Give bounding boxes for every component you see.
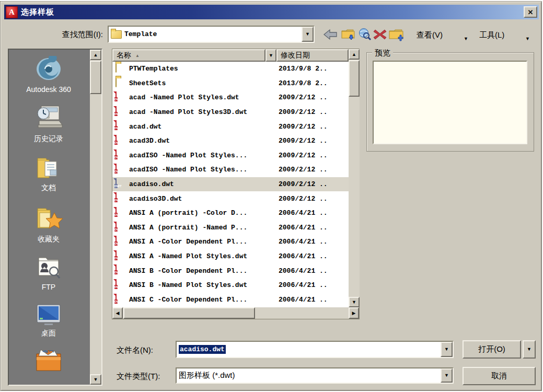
table-row[interactable]: acadISO -Named Plot Styles...2009/2/12 .… (112, 148, 349, 163)
sidebar-item-desktop[interactable]: 桌面 (34, 303, 63, 338)
file-name-combobox[interactable]: acadiso.dwt ▼ (176, 341, 454, 358)
table-row[interactable]: ANSI A -Color Dependent Pl...2006/4/21 .… (112, 235, 349, 249)
table-row[interactable]: acad -Named Plot Styles.dwt2009/2/12 .. (112, 90, 349, 105)
date-column-label: 修改日期 (281, 51, 310, 60)
chevron-down-icon: ▼ (444, 373, 449, 378)
up-one-level-button[interactable] (340, 27, 356, 42)
file-name-dropdown-button[interactable]: ▼ (441, 342, 453, 357)
table-row[interactable]: SheetSets2013/9/8 2.. (112, 76, 349, 91)
arrow-down-icon: ▼ (94, 377, 98, 382)
sidebar-item-label: Autodesk 360 (26, 85, 71, 94)
buzzsaw-icon (33, 347, 64, 374)
table-row[interactable]: acad -Named Plot Styles3D.dwt2009/2/12 .… (112, 105, 349, 120)
cancel-button[interactable]: 取消 (463, 367, 536, 385)
table-row[interactable]: PTWTemplates2013/9/8 2.. (112, 62, 349, 76)
close-button[interactable]: ✕ (524, 6, 537, 18)
table-row[interactable]: ANSI A -Named Plot Styles.dwt2006/4/21 .… (112, 249, 349, 264)
dwt-file-icon (115, 222, 117, 232)
chevron-down-icon: ▼ (527, 347, 532, 352)
file-name-input[interactable]: acadiso.dwt (177, 342, 441, 357)
table-row[interactable]: acad.dwt2009/2/12 .. (112, 119, 349, 134)
arrow-down-icon: ▼ (352, 300, 356, 305)
dwt-file-icon (115, 164, 117, 174)
look-in-dropdown-button[interactable]: ▼ (302, 27, 314, 42)
look-in-label: 查找范围(I): (32, 30, 103, 40)
file-list: 名称 ▲ ▼ 修改日期 PTWTemplates2013/9/8 2.. She… (112, 49, 360, 319)
preview-group: 预览 (366, 52, 534, 152)
sidebar-item-label: FTP (42, 283, 55, 291)
select-template-dialog: A 选择样板 ✕ 查找范围(I): Template ▼ (0, 1, 542, 391)
sidebar-item-buzzsaw[interactable] (33, 347, 64, 376)
new-folder-icon (388, 28, 404, 41)
table-row[interactable]: ANSI B -Named Plot Styles.dwt2006/4/21 .… (112, 278, 349, 293)
sidebar-item-documents[interactable]: 文档 (34, 154, 63, 193)
table-row-selected[interactable]: acadiso.dwt2009/2/12 .. (112, 177, 349, 192)
open-options-button[interactable]: ▼ (523, 340, 536, 359)
view-menu-caret[interactable]: ▼ (464, 33, 468, 42)
ftp-icon (34, 255, 63, 281)
titlebar[interactable]: A 选择样板 ✕ (4, 5, 539, 19)
back-button[interactable] (322, 27, 338, 42)
table-row[interactable]: acadISO -Named Plot Styles...2009/2/12 .… (112, 163, 349, 177)
dwt-file-icon (115, 279, 117, 289)
list-scroll-down-button[interactable]: ▼ (349, 297, 360, 307)
dwt-file-icon (115, 120, 117, 130)
new-folder-button[interactable] (388, 27, 404, 42)
sidebar-item-favorites[interactable]: 收藏夹 (33, 204, 64, 244)
desktop-icon (34, 303, 63, 327)
sidebar-scrollbar-thumb[interactable] (90, 61, 101, 94)
open-button[interactable]: 打开(O) (463, 340, 521, 359)
dwt-file-icon (115, 106, 117, 116)
sidebar-item-history[interactable]: 历史记录 (34, 103, 63, 144)
look-in-field[interactable]: Template (109, 27, 302, 42)
dialog-title: 选择样板 (21, 7, 54, 17)
column-header-date-modified[interactable]: 修改日期 (276, 49, 349, 62)
list-scroll-left-button[interactable]: ◀ (112, 307, 123, 319)
look-in-combobox[interactable]: Template ▼ (108, 26, 315, 43)
sidebar-scrollbar[interactable]: ▲ ▼ (90, 50, 101, 385)
file-list-vertical-scrollbar[interactable]: ▲ ▼ (349, 49, 360, 307)
column-header-name[interactable]: 名称 ▲ (112, 49, 265, 62)
places-sidebar: Autodesk 360 历史记录 (8, 49, 102, 386)
file-list-horizontal-scrollbar[interactable]: ◀ ▶ (112, 307, 359, 319)
dwt-file-icon (115, 192, 117, 202)
history-icon (34, 103, 63, 132)
delete-button[interactable] (372, 27, 388, 42)
sidebar-item-label: 桌面 (41, 329, 56, 338)
list-vscrollbar-thumb[interactable] (349, 60, 360, 97)
table-row[interactable]: ANSI B -Color Dependent Pl...2006/4/21 .… (112, 263, 349, 278)
tools-menu-caret[interactable]: ▼ (525, 33, 530, 42)
file-type-combobox[interactable]: 图形样板 (*.dwt) ▼ (176, 367, 454, 384)
tools-menu[interactable]: 工具(L) (479, 30, 504, 40)
preview-label: 预览 (372, 48, 393, 58)
table-row[interactable]: ANSI A (portrait) -Named P...2006/4/21 .… (112, 221, 349, 235)
arrow-up-icon: ▲ (94, 53, 98, 57)
list-scroll-right-button[interactable]: ▶ (349, 307, 359, 319)
table-row[interactable]: ANSI A (portrait) -Color D...2006/4/21 .… (112, 206, 349, 221)
list-hscrollbar-thumb[interactable] (123, 307, 255, 319)
arrow-left-icon: ◀ (116, 311, 120, 316)
view-menu[interactable]: 查看(V) (417, 30, 443, 40)
file-type-field[interactable]: 图形样板 (*.dwt) (177, 368, 441, 383)
file-type-dropdown-button[interactable]: ▼ (441, 368, 453, 383)
dwt-file-icon (115, 135, 117, 145)
chevron-down-icon: ▼ (269, 53, 273, 58)
chevron-down-icon: ▼ (464, 36, 468, 41)
search-web-button[interactable] (357, 27, 373, 42)
table-row[interactable]: acadiso3D.dwt2009/2/12 .. (112, 191, 349, 206)
close-icon: ✕ (528, 8, 534, 16)
list-scroll-up-button[interactable]: ▲ (349, 49, 360, 60)
sidebar-item-ftp[interactable]: FTP (34, 255, 63, 291)
name-column-label: 名称 (117, 51, 131, 60)
name-column-filter-button[interactable]: ▼ (265, 49, 276, 62)
table-row[interactable]: ANSI C -Color Dependent Pl...2006/4/21 .… (112, 293, 349, 307)
dwt-file-icon (115, 264, 117, 274)
table-row[interactable]: acad3D.dwt2009/2/12 .. (112, 134, 349, 148)
sidebar-item-label: 收藏夹 (38, 235, 60, 244)
dwt-file-icon (115, 91, 117, 101)
sidebar-item-autodesk360[interactable]: Autodesk 360 (26, 56, 71, 94)
sidebar-scroll-down-button[interactable]: ▼ (90, 374, 101, 385)
sidebar-item-label: 历史记录 (34, 134, 63, 144)
favorites-icon (33, 204, 64, 233)
sidebar-scroll-up-button[interactable]: ▲ (90, 50, 101, 60)
